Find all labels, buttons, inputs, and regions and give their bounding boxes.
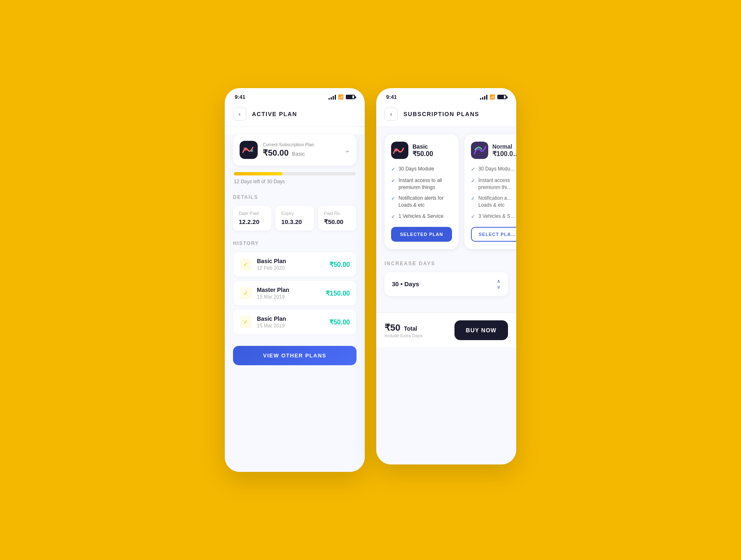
history-amount-2: ₹50.00 — [329, 318, 350, 326]
subscription-card: Current Subscription Plan ₹50.00 Basic ⌄ — [233, 134, 357, 166]
phone2-content: Basic ₹50.00 ✓ 30 Days Module ✓ Instant … — [376, 127, 516, 464]
signal-icon — [329, 95, 336, 100]
nav-header-1: ‹ ACTIVE PLAN — [225, 103, 365, 127]
plan-type: Basic — [292, 151, 305, 157]
feature-basic-0: ✓ 30 Days Module — [391, 166, 452, 173]
history-info-0: Basic Plan 12 Feb 2020 — [257, 258, 324, 271]
history-list: ✓ Basic Plan 12 Feb 2020 ₹50.00 ✓ Master… — [233, 252, 357, 338]
check-icon-b0: ✓ — [391, 166, 395, 173]
view-plans-button[interactable]: VIEW OTHER PLANS — [233, 346, 357, 365]
svg-point-1 — [244, 147, 247, 151]
svg-point-4 — [394, 148, 398, 152]
back-button-1[interactable]: ‹ — [233, 107, 246, 121]
days-selector[interactable]: 30 • Days ∧ ∨ — [384, 272, 508, 296]
history-name-2: Basic Plan — [257, 315, 324, 322]
history-item-1: ✓ Master Plan 15 Mar 2019 ₹150.00 — [233, 281, 357, 306]
history-date-1: 15 Mar 2019 — [257, 294, 321, 300]
details-row: Date Paid 12.2.20 Expiry 10.3.20 Paid Rs… — [233, 206, 357, 231]
feature-basic-3: ✓ 1 Vehicles & Service — [391, 213, 452, 220]
plan-card-normal: Normal ₹100.0… ✓ 30 Days Modu… ✓ Instant… — [464, 134, 516, 249]
history-info-2: Basic Plan 15 Mar 2019 — [257, 315, 324, 329]
days-arrows[interactable]: ∧ ∨ — [497, 279, 501, 289]
plan-card-basic-price: ₹50.00 — [412, 150, 433, 158]
back-button-2[interactable]: ‹ — [384, 107, 398, 121]
check-icon-n2: ✓ — [471, 195, 475, 202]
nav-header-2: ‹ SUBSCRIPTION PLANS — [376, 103, 516, 127]
time-1: 9:41 — [235, 94, 245, 100]
plan-features-normal: ✓ 30 Days Modu… ✓ Instant access premiun… — [471, 166, 516, 220]
feature-text-n3: 3 Vehicles & S… — [478, 213, 515, 220]
feature-text-b2: Notification alerts for Loads & etc — [398, 195, 452, 209]
history-check-0: ✓ — [240, 258, 252, 271]
history-name-1: Master Plan — [257, 287, 321, 293]
feature-text-b1: Instant access to all premiunm things — [398, 177, 452, 191]
plan-price-row: ₹50.00 Basic — [263, 148, 345, 158]
progress-bar — [234, 172, 356, 175]
plan-card-normal-name: Normal — [492, 143, 516, 150]
plans-scroll: Basic ₹50.00 ✓ 30 Days Module ✓ Instant … — [376, 127, 516, 257]
total-label: Total — [404, 325, 417, 332]
check-icon-n3: ✓ — [471, 213, 475, 220]
detail-card-expiry: Expiry 10.3.20 — [275, 206, 314, 231]
history-date-2: 15 Mar 2019 — [257, 323, 324, 329]
svg-rect-3 — [391, 142, 408, 159]
plan-card-normal-header: Normal ₹100.0… — [471, 142, 516, 159]
feature-text-n2: Notification a… Loads & etc — [478, 195, 516, 209]
progress-text: 12 Days left of 30 Days — [234, 179, 356, 184]
expiry-value: 10.3.20 — [281, 218, 308, 225]
select-plan-button[interactable]: SELECT PLA… — [471, 227, 516, 242]
status-icons-1: 📶 — [329, 94, 355, 100]
increase-days-title: INCREASE DAYS — [384, 261, 508, 266]
svg-rect-5 — [471, 142, 488, 159]
plan-card-basic: Basic ₹50.00 ✓ 30 Days Module ✓ Instant … — [384, 134, 459, 249]
detail-card-paid-rs: Paid Rs. ₹50.00 — [318, 206, 357, 231]
wifi-icon-2: 📶 — [489, 94, 495, 100]
chevron-left-icon: ‹ — [239, 111, 241, 117]
svg-point-2 — [251, 149, 253, 152]
status-bar-1: 9:41 📶 — [225, 88, 365, 103]
buy-now-button[interactable]: BUY NOW — [454, 320, 508, 340]
feature-text-n0: 30 Days Modu… — [478, 166, 515, 173]
battery-icon-2 — [497, 95, 506, 99]
date-paid-label: Date Paid — [239, 211, 266, 216]
history-item-0: ✓ Basic Plan 12 Feb 2020 ₹50.00 — [233, 252, 357, 277]
total-sublabel: Include Extra Days — [384, 333, 422, 338]
feature-normal-1: ✓ Instant access premiunm thi… — [471, 177, 516, 191]
history-check-2: ✓ — [240, 316, 252, 328]
history-item-2: ✓ Basic Plan 15 Mar 2019 ₹50.00 — [233, 310, 357, 334]
arrow-up-icon[interactable]: ∧ — [497, 279, 501, 284]
plan-card-basic-name: Basic — [412, 143, 433, 150]
current-plan-icon — [240, 141, 258, 159]
feature-text-b0: 30 Days Module — [398, 166, 434, 173]
history-date-0: 12 Feb 2020 — [257, 265, 324, 271]
nav-title-1: ACTIVE PLAN — [252, 111, 297, 117]
plan-card-normal-icon — [471, 142, 488, 159]
feature-normal-3: ✓ 3 Vehicles & S… — [471, 213, 516, 220]
chevron-down-icon[interactable]: ⌄ — [345, 146, 350, 154]
time-2: 9:41 — [386, 94, 397, 100]
expiry-label: Expiry — [281, 211, 308, 216]
plan-label: Current Subscription Plan — [263, 142, 345, 147]
battery-icon — [346, 95, 355, 99]
details-section-title: DETAILS — [233, 194, 357, 200]
signal-icon-2 — [480, 95, 487, 100]
check-icon-b3: ✓ — [391, 213, 395, 220]
feature-basic-1: ✓ Instant access to all premiunm things — [391, 177, 452, 191]
date-paid-value: 12.2.20 — [239, 218, 266, 225]
paid-rs-label: Paid Rs. — [324, 211, 351, 216]
check-icon-n1: ✓ — [471, 177, 475, 184]
status-bar-2: 9:41 📶 — [376, 88, 516, 103]
feature-text-b3: 1 Vehicles & Service — [398, 213, 443, 220]
phone-subscription-plans: 9:41 📶 ‹ SUBSCRIPTION PLANS — [376, 88, 516, 464]
plan-features-basic: ✓ 30 Days Module ✓ Instant access to all… — [391, 166, 452, 220]
arrow-down-icon[interactable]: ∨ — [497, 285, 501, 289]
history-amount-1: ₹150.00 — [326, 289, 350, 297]
progress-section: 12 Days left of 30 Days — [233, 172, 357, 184]
days-value: 30 • Days — [392, 280, 419, 287]
history-amount-0: ₹50.00 — [329, 261, 350, 268]
plan-price: ₹50.00 — [263, 148, 289, 158]
history-info-1: Master Plan 15 Mar 2019 — [257, 287, 321, 300]
phone1-content: Current Subscription Plan ₹50.00 Basic ⌄… — [225, 134, 365, 472]
history-section-title: HISTORY — [233, 240, 357, 246]
selected-plan-button[interactable]: SELECTED PLAN — [391, 227, 452, 242]
